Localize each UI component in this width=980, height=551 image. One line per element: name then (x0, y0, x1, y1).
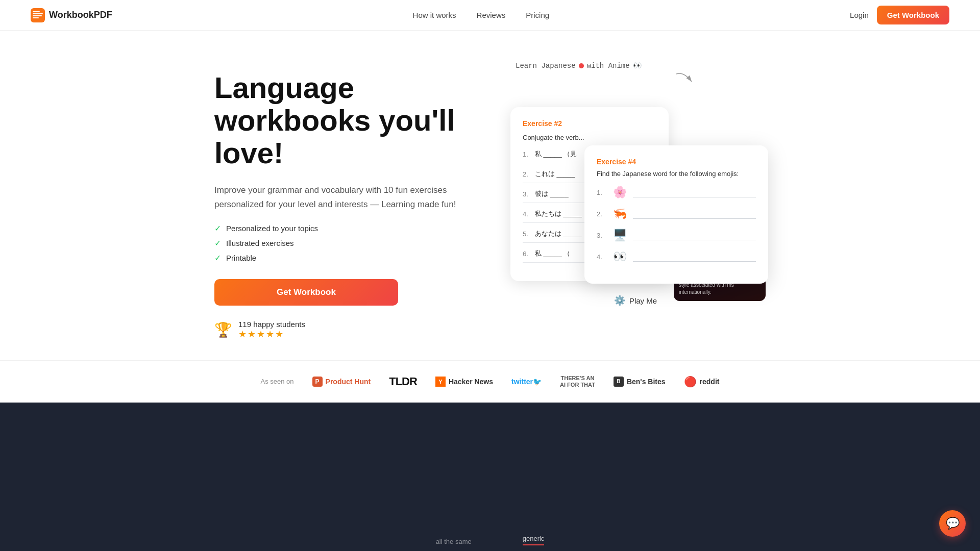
emoji-item-1: 1. 🌸 (597, 186, 756, 199)
laurel-left: 🏆 (214, 321, 232, 338)
red-dot-icon (579, 63, 584, 68)
checklist-item: ✓ Printable (214, 253, 475, 263)
emoji-item-2: 2. 🦐 (597, 207, 756, 220)
reddit-logo: 🔴 (684, 375, 697, 388)
item-text: 私 _____ （ (535, 249, 570, 258)
emoji-icon: 🌸 (613, 186, 627, 199)
hero-get-workbook-button[interactable]: Get Workbook (214, 279, 398, 306)
nav-links: How it works Reviews Pricing (413, 11, 550, 19)
item-text: あなたは _____ (535, 229, 582, 238)
hacker-news-logo: Y (435, 377, 446, 387)
item-num: 2. (523, 170, 531, 178)
svg-rect-1 (33, 11, 40, 12)
svg-rect-3 (33, 15, 42, 16)
play-me-button[interactable]: ⚙️ Play Me (614, 295, 657, 306)
item-num: 3. (523, 190, 531, 198)
social-proof: 🏆 119 happy students ★★★★★ (214, 320, 475, 340)
anime-label: Learn Japanese with Anime 👀 (516, 61, 642, 70)
reddit-brand[interactable]: 🔴 reddit (684, 375, 720, 388)
item-num: 6. (523, 250, 531, 258)
item-text: 私たちは _____ (535, 209, 582, 218)
tldr-name: TLDR (389, 375, 417, 388)
check-icon: ✓ (214, 238, 221, 248)
checklist-item: ✓ Personalized to your topics (214, 223, 475, 233)
emoji-item-3: 3. 🖥️ (597, 229, 756, 242)
learn-japanese-text: Learn Japanese (516, 62, 576, 70)
arrow-icon (674, 71, 694, 87)
there-an-ai-brand[interactable]: THERE'S ANAI FOR THAT (560, 375, 595, 388)
twitter-name: twitter🐦 (511, 378, 542, 386)
item-text: これは _____ (535, 169, 575, 179)
brand-logo[interactable]: WorkbookPDF (31, 8, 112, 22)
product-hunt-brand[interactable]: P Product Hunt (312, 377, 371, 387)
feature-checklist: ✓ Personalized to your topics ✓ Illustra… (214, 223, 475, 263)
anime-eyes-icon: 👀 (633, 61, 642, 70)
exercise-4-title: Find the Japanese word for the following… (597, 170, 756, 178)
checklist-label: Printable (226, 254, 256, 262)
emoji-icon: 👀 (613, 250, 627, 263)
exercise-4-card: Exercise #4 Find the Japanese word for t… (584, 145, 768, 284)
social-proof-details: 119 happy students ★★★★★ (238, 320, 305, 340)
item-num: 1. (597, 189, 607, 196)
twitter-brand[interactable]: twitter🐦 (511, 378, 542, 386)
emoji-item-4: 4. 👀 (597, 250, 756, 263)
answer-line (633, 187, 756, 197)
hero-left: Language workbooks you'll love! Improve … (214, 61, 475, 340)
hacker-news-name: Hacker News (449, 378, 493, 386)
product-hunt-name: Product Hunt (326, 378, 371, 386)
item-num: 2. (597, 210, 607, 218)
nav-how-it-works[interactable]: How it works (413, 11, 456, 19)
nav-get-workbook-button[interactable]: Get Workbook (877, 6, 949, 24)
play-label: Play Me (629, 296, 657, 305)
as-seen-on-section: As seen on P Product Hunt TLDR Y Hacker … (0, 360, 980, 403)
reddit-name: reddit (700, 378, 720, 386)
bens-bites-brand[interactable]: B Ben's Bites (614, 377, 666, 387)
item-num: 1. (523, 151, 531, 158)
check-icon: ✓ (214, 223, 221, 233)
checklist-item: ✓ Illustrated exercises (214, 238, 475, 248)
hero-description: Improve your grammar and vocabulary with… (214, 183, 459, 211)
bottom-label-1: all the same (436, 538, 472, 545)
navigation: WorkbookPDF How it works Reviews Pricing… (0, 0, 980, 31)
bottom-label-2: generic (523, 535, 545, 545)
checklist-label: Personalized to your topics (226, 224, 318, 233)
students-count: 119 happy students (238, 320, 305, 329)
svg-rect-4 (33, 17, 39, 18)
as-seen-label: As seen on (261, 378, 294, 385)
checklist-label: Illustrated exercises (226, 239, 294, 247)
tldr-brand[interactable]: TLDR (389, 375, 417, 388)
brand-name: WorkbookPDF (49, 10, 112, 20)
item-text: 彼は _____ (535, 189, 569, 198)
bens-bites-name: Ben's Bites (627, 378, 666, 386)
hero-demo: Learn Japanese with Anime 👀 Exercise #2 … (505, 61, 766, 296)
nav-pricing[interactable]: Pricing (526, 11, 549, 19)
exercise-2-title: Conjugate the verb... (523, 134, 656, 141)
hacker-news-brand[interactable]: Y Hacker News (435, 377, 493, 387)
hero-title: Language workbooks you'll love! (214, 71, 475, 169)
play-icon: ⚙️ (614, 295, 625, 306)
product-hunt-logo: P (312, 377, 323, 387)
bottom-labels: all the same generic (436, 535, 545, 545)
chat-icon: 💬 (946, 517, 960, 530)
emoji-icon: 🦐 (613, 207, 627, 220)
exercise-4-label: Exercise #4 (597, 158, 756, 166)
hero-section: Language workbooks you'll love! Improve … (0, 31, 980, 360)
login-button[interactable]: Login (850, 11, 869, 19)
there-an-ai-name: THERE'S ANAI FOR THAT (560, 375, 595, 388)
star-rating: ★★★★★ (238, 329, 305, 340)
exercise-2-label: Exercise #2 (523, 119, 656, 128)
bens-bites-logo: B (614, 377, 624, 387)
item-num: 5. (523, 230, 531, 238)
answer-line (633, 209, 756, 219)
emoji-icon: 🖥️ (613, 229, 627, 242)
logo-icon (31, 8, 45, 22)
chat-widget[interactable]: 💬 (939, 510, 966, 537)
check-icon: ✓ (214, 253, 221, 263)
item-num: 4. (523, 210, 531, 218)
with-anime-text: with Anime (587, 62, 630, 70)
svg-rect-2 (33, 13, 43, 14)
item-num: 4. (597, 253, 607, 261)
dark-section: all the same generic (0, 403, 980, 551)
nav-reviews[interactable]: Reviews (477, 11, 506, 19)
nav-right: Login Get Workbook (850, 6, 949, 24)
